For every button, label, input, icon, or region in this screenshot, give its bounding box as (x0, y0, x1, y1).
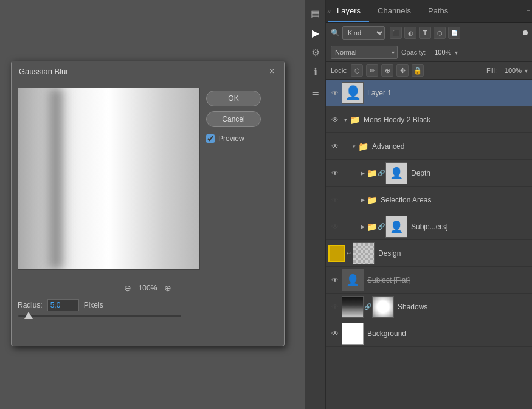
layers-panel: « Layers Channels Paths ≡ 🔍 Kind ⬛ ◐ T ⬡… (326, 0, 532, 409)
person-icon: 👤 (345, 85, 361, 101)
tab-paths[interactable]: Paths (420, 0, 457, 22)
layers-tabs-row: « Layers Channels Paths ≡ (326, 0, 532, 23)
eye-icon-subject-folder[interactable]: 👁 (328, 220, 342, 233)
layer-row-shadows[interactable]: 👁 🔗 Shadows (326, 294, 532, 320)
layer-row-background[interactable]: 👁 Background (326, 320, 532, 347)
filter-icon-smartobject[interactable]: 📄 (448, 27, 460, 39)
layer-name-subject-folder: Subje...ers] (407, 222, 530, 231)
radius-input[interactable] (47, 299, 79, 311)
eye-icon-advanced[interactable]: 👁 (328, 140, 342, 153)
thumb-shadows-1 (342, 296, 364, 318)
link-arrow-design: ↩ (347, 250, 353, 256)
expand-subject-folder[interactable]: ▶ (359, 223, 366, 230)
filter-icons: ⬛ ◐ T ⬡ 📄 (390, 27, 460, 39)
eye-icon-background[interactable]: 👁 (328, 327, 342, 340)
fill-label: Fill: (486, 67, 497, 74)
tab-channels[interactable]: Channels (369, 0, 420, 22)
subject-folder-person-icon: 👤 (390, 220, 403, 233)
toolbar-icon-list[interactable]: ≣ (307, 83, 324, 100)
layer-row-advanced[interactable]: 👁 ▾ 📁 Advanced (326, 133, 532, 160)
filter-icon-adjustment[interactable]: ◐ (404, 27, 416, 39)
layer-row-subject-flat[interactable]: 👁 👤 Subject [Flat] (326, 267, 532, 294)
dialog-titlebar: Gaussian Blur × (12, 61, 284, 81)
toolbar-icon-play[interactable]: ▶ (307, 24, 324, 41)
preview-checkbox[interactable] (206, 134, 215, 143)
fill-value[interactable]: 100% (500, 67, 522, 74)
thumb-design (353, 242, 375, 264)
thumb-layer1: 👤 (342, 82, 364, 104)
dialog-controls: OK Cancel Preview (206, 88, 261, 270)
lock-image-icon[interactable]: ✏ (366, 64, 378, 77)
expand-depth[interactable]: ▶ (359, 170, 366, 177)
tab-layers[interactable]: Layers (328, 0, 369, 22)
radius-slider-track[interactable] (18, 315, 182, 317)
layer-row-subject-folder[interactable]: 👁 ▶ 📁 🔗 👤 Subje...ers] (326, 213, 532, 240)
preview-controls-bottom: ⊖ 100% ⊕ Radius: Pixels (12, 276, 284, 318)
lock-row: Lock: ⬡ ✏ ⊕ ✥ 🔒 Fill: 100% ▾ (326, 62, 532, 80)
expand-selection-areas[interactable]: ▶ (359, 196, 366, 204)
radius-slider-thumb[interactable] (24, 312, 33, 319)
preview-visual (18, 88, 199, 269)
layers-search-row: 🔍 Kind ⬛ ◐ T ⬡ 📄 (326, 23, 532, 43)
expand-mens-hoody[interactable]: ▾ (342, 116, 349, 123)
eye-icon-selection-areas[interactable]: 👁 (328, 193, 342, 207)
yellow-marker-design (328, 245, 345, 262)
filter-icon-type[interactable]: T (419, 27, 431, 39)
search-icon: 🔍 (331, 29, 340, 37)
lock-transparent-icon[interactable]: ⬡ (351, 64, 363, 77)
folder-icon-depth: 📁 (366, 168, 377, 179)
panel-menu-icon[interactable]: ≡ (527, 8, 530, 15)
blend-opacity-row: Normal Multiply Screen Overlay Opacity: … (326, 43, 532, 62)
preview-label: Preview (218, 134, 244, 143)
chain-icon-subject: 🔗 (377, 222, 385, 231)
filter-icon-shape[interactable]: ⬡ (434, 27, 446, 39)
zoom-in-icon[interactable]: ⊕ (164, 283, 171, 293)
layer-row-layer1[interactable]: 👁 👤 Layer 1 (326, 80, 532, 106)
lock-position-icon[interactable]: ✥ (396, 64, 409, 77)
layers-list: 👁 👤 Layer 1 👁 ▾ 📁 Mens Hoody 2 Black 👁 ▾… (326, 80, 532, 409)
layer-row-mens-hoody[interactable]: 👁 ▾ 📁 Mens Hoody 2 Black (326, 106, 532, 133)
kind-select[interactable]: Kind (342, 26, 385, 40)
lock-artboard-icon[interactable]: ⊕ (381, 64, 393, 77)
eye-icon-subject-flat[interactable]: 👁 (328, 273, 342, 287)
lock-all-icon[interactable]: 🔒 (412, 64, 424, 77)
collapse-left-icon[interactable]: « (327, 8, 331, 15)
zoom-out-icon[interactable]: ⊖ (124, 283, 131, 293)
folder-icon-mens-hoody: 📁 (349, 114, 360, 125)
radius-row: Radius: Pixels (18, 297, 278, 314)
eye-icon-depth[interactable]: 👁 (328, 167, 342, 180)
toolbar-icon-info[interactable]: ℹ (307, 63, 324, 80)
toolbar-icon-sliders[interactable]: ⚙ (307, 44, 324, 61)
thumb-background (342, 323, 364, 345)
filter-icon-image[interactable]: ⬛ (390, 27, 402, 39)
eye-icon-layer1[interactable]: 👁 (328, 86, 342, 100)
eye-icon-shadows[interactable]: 👁 (328, 300, 342, 314)
folder-icon-subject: 📁 (366, 221, 377, 232)
folder-icon-selection-areas: 📁 (366, 194, 377, 205)
gaussian-blur-dialog: Gaussian Blur × OK Cancel Preview ⊖ 100%… (11, 61, 285, 346)
layer-row-depth[interactable]: 👁 ▶ 📁 🔗 👤 Depth (326, 160, 532, 187)
layer-row-selection-areas[interactable]: 👁 ▶ 📁 Selection Areas (326, 187, 532, 213)
blend-select-wrapper: Normal Multiply Screen Overlay (331, 46, 398, 59)
eye-icon-mens-hoody[interactable]: 👁 (328, 113, 342, 126)
opacity-value[interactable]: 100% (429, 49, 451, 56)
layer-name-background: Background (364, 329, 530, 338)
cancel-button[interactable]: Cancel (206, 111, 261, 127)
pixels-label: Pixels (84, 301, 103, 309)
depth-person-icon: 👤 (390, 167, 403, 180)
left-toolbar: ▤ ▶ ⚙ ℹ ≣ (305, 0, 326, 409)
radius-label: Radius: (18, 301, 43, 309)
zoom-row: ⊖ 100% ⊕ (18, 280, 278, 297)
toolbar-icon-stack[interactable]: ▤ (307, 5, 324, 22)
layer-name-design: Design (375, 249, 530, 258)
expand-advanced[interactable]: ▾ (350, 143, 358, 150)
opacity-dropdown-arrow[interactable]: ▾ (455, 49, 458, 56)
dialog-close-button[interactable]: × (267, 66, 277, 76)
dialog-body: OK Cancel Preview (12, 81, 284, 276)
layer-row-design[interactable]: ↩ Design (326, 240, 532, 267)
chain-icon-shadows: 🔗 (364, 303, 372, 311)
blend-mode-select[interactable]: Normal Multiply Screen Overlay (331, 46, 398, 59)
fill-dropdown-arrow[interactable]: ▾ (525, 67, 528, 74)
ok-button[interactable]: OK (206, 91, 261, 106)
preview-row: Preview (206, 134, 261, 143)
